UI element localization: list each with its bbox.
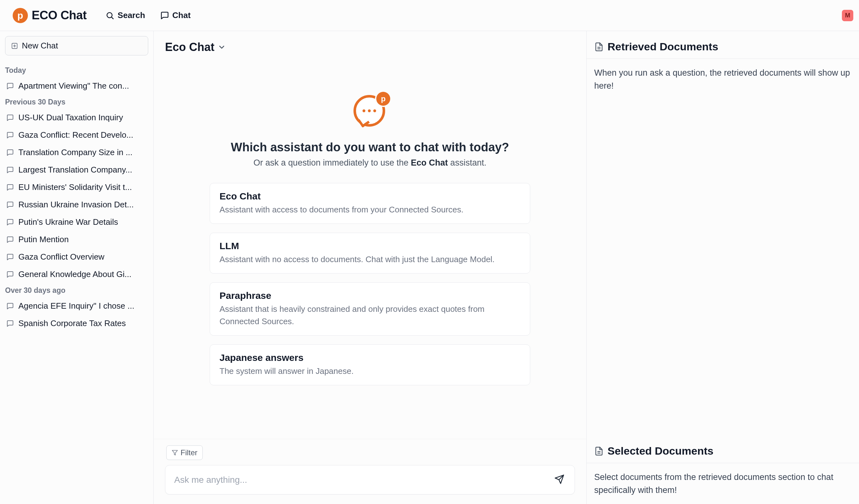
new-chat-label: New Chat [22, 41, 58, 51]
new-chat-button[interactable]: New Chat [5, 36, 148, 56]
sidebar: New Chat TodayApartment Viewing" The con… [0, 31, 154, 504]
nav-chat[interactable]: Chat [160, 11, 191, 20]
sidebar-chat-item-label: General Knowledge About Gi... [18, 270, 147, 279]
center-footer: Filter [154, 439, 586, 504]
right-panel: Retrieved Documents When you run ask a q… [587, 31, 859, 504]
send-button[interactable] [553, 473, 566, 487]
assistant-card-desc: Assistant that is heavily constrained an… [220, 303, 521, 328]
assistant-card-title: Eco Chat [220, 191, 521, 202]
nav-chat-label: Chat [172, 11, 191, 20]
nav-search-label: Search [118, 11, 145, 20]
sidebar-chat-item[interactable]: Putin Mention [3, 231, 150, 248]
sidebar-chat-item[interactable]: Spanish Corporate Tax Rates [3, 315, 150, 332]
sidebar-chat-item[interactable]: Gaza Conflict: Recent Develo... [3, 126, 150, 144]
retrieved-documents-body: When you run ask a question, the retriev… [587, 59, 859, 100]
sidebar-chat-item[interactable]: Gaza Conflict Overview [3, 248, 150, 265]
chat-icon [6, 166, 14, 174]
sidebar-chat-item[interactable]: Apartment Viewing" The con... [3, 77, 150, 95]
chat-icon [6, 236, 14, 243]
sidebar-chat-item[interactable]: Agencia EFE Inquiry" I chose ... [3, 297, 150, 315]
send-icon [554, 474, 564, 484]
assistant-card-title: Japanese answers [220, 352, 521, 363]
assistant-card[interactable]: Japanese answersThe system will answer i… [210, 345, 530, 385]
svg-line-1 [112, 17, 114, 19]
selected-documents-body: Select documents from the retrieved docu… [587, 463, 859, 504]
assistant-card-desc: Assistant with access to documents from … [220, 203, 521, 216]
sidebar-chat-item[interactable]: EU Ministers' Solidarity Visit t... [3, 179, 150, 196]
sidebar-chat-item[interactable]: General Knowledge About Gi... [3, 265, 150, 283]
file-text-icon [594, 42, 604, 51]
chat-input[interactable] [174, 475, 553, 485]
chat-icon [6, 218, 14, 226]
search-icon [105, 11, 114, 20]
sidebar-chat-item-label: Agencia EFE Inquiry" I chose ... [18, 301, 147, 311]
svg-marker-5 [172, 450, 178, 455]
plus-square-icon [11, 42, 18, 49]
sidebar-chat-item-label: Russian Ukraine Invasion Det... [18, 200, 147, 210]
sidebar-chat-item-label: Spanish Corporate Tax Rates [18, 319, 147, 328]
sidebar-chat-item-label: Apartment Viewing" The con... [18, 81, 147, 91]
brand-name: ECO Chat [32, 9, 87, 22]
sidebar-chat-item-label: Putin's Ukraine War Details [18, 217, 147, 227]
chat-icon [6, 82, 14, 90]
chat-icon [160, 11, 169, 20]
retrieved-documents-title: Retrieved Documents [607, 41, 718, 53]
assistant-card[interactable]: Eco ChatAssistant with access to documen… [210, 183, 530, 224]
brand-logo: p [13, 8, 28, 23]
sidebar-chat-item-label: Translation Company Size in ... [18, 148, 147, 157]
chat-icon [6, 253, 14, 261]
chat-icon [6, 201, 14, 209]
hero-icon: p [353, 95, 387, 128]
avatar[interactable]: M [842, 10, 853, 21]
hero-title: Which assistant do you want to chat with… [231, 140, 509, 154]
nav-links: Search Chat [105, 11, 191, 20]
center-title: Eco Chat [165, 41, 214, 54]
assistant-card-title: LLM [220, 241, 521, 251]
assistant-card-desc: The system will answer in Japanese. [220, 365, 521, 377]
assistant-list: Eco ChatAssistant with access to documen… [210, 183, 530, 385]
chat-icon [6, 271, 14, 278]
file-text-icon [594, 446, 604, 456]
nav-search[interactable]: Search [105, 11, 145, 20]
sidebar-chat-item-label: Gaza Conflict: Recent Develo... [18, 130, 147, 140]
chat-icon [6, 149, 14, 156]
sidebar-chat-item[interactable]: Putin's Ukraine War Details [3, 213, 150, 231]
chat-icon [6, 302, 14, 310]
retrieved-documents-header: Retrieved Documents [587, 31, 859, 59]
assistant-card[interactable]: LLMAssistant with no access to documents… [210, 233, 530, 274]
sidebar-chat-item-label: EU Ministers' Solidarity Visit t... [18, 182, 147, 192]
brand: p ECO Chat [13, 8, 87, 23]
chevron-down-icon [217, 43, 226, 51]
assistant-card-title: Paraphrase [220, 290, 521, 301]
app-header: p ECO Chat Search Chat M [0, 0, 859, 31]
sidebar-chat-item[interactable]: Russian Ukraine Invasion Det... [3, 196, 150, 213]
sidebar-section-label: Today [3, 63, 150, 77]
center-column: Eco Chat p Which assistant do you want t… [154, 31, 587, 504]
sidebar-section-label: Over 30 days ago [3, 283, 150, 297]
sidebar-chat-item-label: Gaza Conflict Overview [18, 252, 147, 262]
chat-input-row [165, 465, 575, 494]
sidebar-section-label: Previous 30 Days [3, 95, 150, 109]
chat-icon [6, 114, 14, 122]
assistant-card-desc: Assistant with no access to documents. C… [220, 253, 521, 265]
assistant-card[interactable]: ParaphraseAssistant that is heavily cons… [210, 282, 530, 336]
sidebar-chat-item-label: Putin Mention [18, 234, 147, 244]
sidebar-chat-item-label: US-UK Dual Taxation Inquiry [18, 113, 147, 123]
chat-icon [6, 184, 14, 191]
center-body: p Which assistant do you want to chat wi… [154, 57, 586, 439]
filter-label: Filter [181, 448, 197, 457]
filter-button[interactable]: Filter [166, 445, 203, 460]
selected-documents-title: Selected Documents [607, 445, 713, 457]
sidebar-chat-item[interactable]: Largest Translation Company... [3, 161, 150, 179]
selected-documents-header: Selected Documents [587, 435, 859, 463]
filter-icon [172, 449, 178, 456]
sidebar-chat-item[interactable]: Translation Company Size in ... [3, 144, 150, 161]
hero-subtitle: Or ask a question immediately to use the… [253, 158, 486, 168]
chat-icon [6, 320, 14, 327]
hero-badge: p [376, 92, 390, 106]
sidebar-chat-item[interactable]: US-UK Dual Taxation Inquiry [3, 109, 150, 126]
chat-icon [6, 132, 14, 139]
sidebar-chat-item-label: Largest Translation Company... [18, 165, 147, 175]
chat-selector[interactable]: Eco Chat [154, 31, 586, 57]
